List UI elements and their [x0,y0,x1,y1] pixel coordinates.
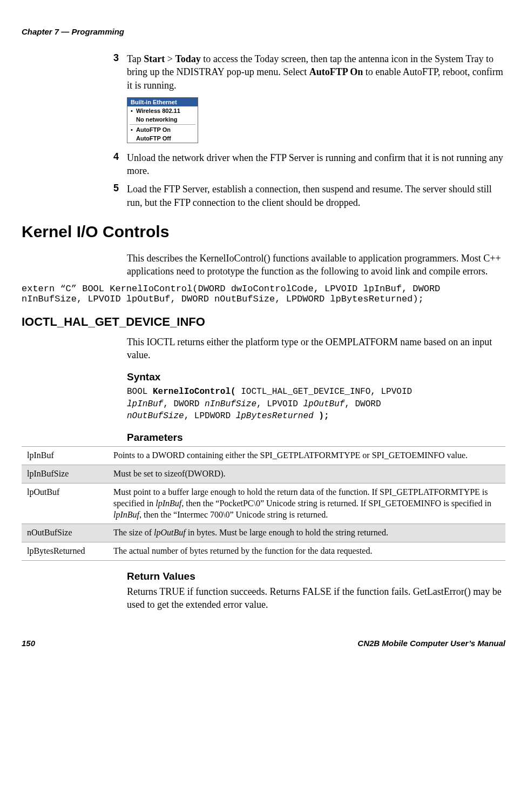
syntax-text: , DWORD [163,399,205,409]
menu-item-autoftp-on: • AutoFTP On [127,125,198,134]
menu-label: AutoFTP On [136,126,171,133]
step-text: Load the FTP Server, establish a connect… [127,183,505,209]
step-text: Tap Start > Today to access the Today sc… [127,52,505,92]
param-name: lpInBufSize [22,465,108,484]
heading-kernel-io-controls: Kernel I/O Controls [22,223,505,241]
table-row: lpInBuf Points to a DWORD containing eit… [22,447,505,465]
table-row: lpOutBuf Must point to a buffer large en… [22,484,505,524]
syntax-text: , DWORD [344,399,381,409]
syntax-param: lpInBuf [127,399,163,409]
menu-label: No networking [136,116,177,123]
syntax-text: BOOL [127,387,153,397]
param-desc: Must point to a buffer large enough to h… [108,484,505,524]
syntax-text: , LPVOID [256,399,303,409]
bullet-icon [131,135,136,142]
param-name: lpInBuf [22,447,108,465]
table-row: lpBytesReturned The actual number of byt… [22,542,505,561]
syntax-param: lpOutBuf [303,399,344,409]
step-number: 4 [113,151,127,178]
menu-label: AutoFTP Off [136,135,171,142]
kernel-body: This describes the KernelIoControl() fun… [127,252,505,278]
menu-title: Built-in Ethernet [127,98,198,106]
syntax-keyword: ); [314,411,329,421]
menu-item-autoftp-off: AutoFTP Off [127,134,198,143]
bullet-icon: • [131,108,136,114]
syntax-text: IOCTL_HAL_GET_DEVICE_INFO, LPVOID [236,387,412,397]
manual-title: CN2B Mobile Computer User’s Manual [357,639,505,648]
syntax-param: nInBufSize [205,399,256,409]
parameters-table: lpInBuf Points to a DWORD containing eit… [22,446,505,561]
table-row: lpInBufSize Must be set to sizeof(DWORD)… [22,465,505,484]
menu-label: Wireless 802.11 [136,108,180,114]
param-desc: Points to a DWORD containing either the … [108,447,505,465]
menu-item-wireless: • Wireless 802.11 [127,106,198,115]
syntax-text: , LPDWORD [184,411,236,421]
step-3: 3 Tap Start > Today to access the Today … [113,52,505,92]
step-number: 5 [113,183,127,209]
menu-item-nonetworking: No networking [127,115,198,124]
ndistray-menu: Built-in Ethernet • Wireless 802.11 No n… [127,97,198,143]
syntax-keyword: KernelIoControl( [153,387,236,397]
return-body: Returns TRUE if function succeeds. Retur… [127,585,505,612]
step-4: 4 Unload the network driver when the FTP… [113,151,505,178]
param-name: lpOutBuf [22,484,108,524]
chapter-header: Chapter 7 — Programming [22,27,505,36]
heading-parameters: Parameters [127,432,505,444]
heading-syntax: Syntax [127,371,505,383]
heading-return-values: Return Values [127,571,505,582]
table-row: nOutBufSize The size of lpOutBuf in byte… [22,524,505,542]
heading-ioctl: IOCTL_HAL_GET_DEVICE_INFO [22,315,505,329]
step-5: 5 Load the FTP Server, establish a conne… [113,183,505,209]
ioctl-body: This IOCTL returns either the platform t… [127,335,505,362]
syntax-param: nOutBufSize [127,411,184,421]
kernel-prototype-code: extern “C” BOOL KernelIoControl(DWORD dw… [22,284,505,304]
param-desc: The size of lpOutBuf in bytes. Must be l… [108,524,505,542]
syntax-code: BOOL KernelIoControl( IOCTL_HAL_GET_DEVI… [127,386,505,422]
step-number: 3 [113,52,127,92]
param-desc: Must be set to sizeof(DWORD). [108,465,505,484]
bullet-icon [131,116,136,123]
page-footer: 150 CN2B Mobile Computer User’s Manual [22,639,505,648]
page-number: 150 [22,639,35,648]
menu-divider [130,124,195,125]
syntax-param: lpBytesReturned [236,411,314,421]
bullet-icon: • [131,126,136,133]
param-name: lpBytesReturned [22,542,108,561]
step-text: Unload the network driver when the FTP S… [127,151,505,178]
param-desc: The actual number of bytes returned by t… [108,542,505,561]
param-name: nOutBufSize [22,524,108,542]
